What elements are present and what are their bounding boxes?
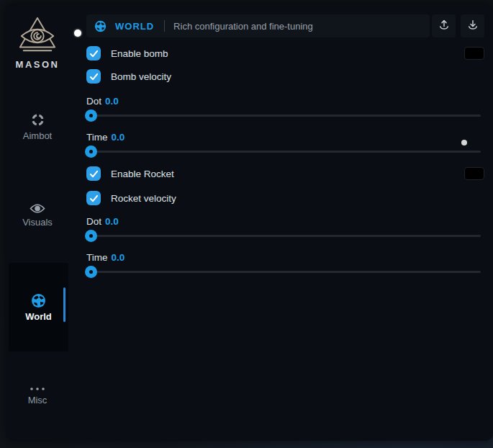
upload-config-button[interactable]: [432, 14, 456, 37]
slider-track-time[interactable]: [86, 271, 481, 273]
app-logo: MASON: [6, 16, 69, 70]
checkbox-row-bomb-velocity: Bomb velocity: [86, 69, 171, 84]
checkbox-checked[interactable]: [86, 191, 101, 205]
slider-label-time: Time0.0: [86, 132, 125, 143]
slider-track-dot[interactable]: [86, 115, 481, 117]
checkbox-label: Bomb velocity: [111, 71, 171, 82]
slider-value: 0.0: [112, 252, 125, 263]
slider-value: 0.0: [105, 96, 119, 107]
masonic-eye-triangle-logo-icon: [6, 16, 69, 56]
cursor-dot: [461, 140, 467, 145]
checkbox-row-rocket-velocity: Rocket velocity: [86, 191, 176, 205]
sidebar-item-label: Misc: [6, 395, 69, 406]
sidebar-item-label: Visuals: [6, 217, 69, 228]
upload-icon: [438, 19, 451, 34]
slider-value: 0.0: [105, 216, 119, 227]
slider-label-dot: Dot0.0: [86, 96, 119, 107]
slider-track-dot[interactable]: [86, 235, 481, 237]
crosshair-icon: [6, 112, 69, 127]
page-subtitle: Rich configuration and fine-tuning: [173, 21, 313, 32]
checkbox-row-enable-rocket: Enable Rocket: [86, 166, 481, 181]
sidebar-item-misc[interactable]: Misc: [6, 386, 69, 406]
checkbox-row-enable-bomb: Enable bomb: [86, 46, 481, 61]
slider-name: Time: [86, 252, 108, 263]
app-window: MASON Aimbot Visuals: [6, 4, 493, 441]
slider-name: Dot: [86, 96, 101, 107]
sidebar: MASON Aimbot Visuals: [6, 4, 81, 441]
slider-label-time: Time0.0: [86, 252, 125, 263]
cursor-dot: [74, 30, 81, 37]
slider-thumb[interactable]: [85, 266, 97, 278]
download-config-button[interactable]: [461, 14, 484, 37]
color-swatch[interactable]: [464, 47, 484, 60]
slider-track-time[interactable]: [86, 151, 481, 153]
checkbox-label: Enable bomb: [111, 48, 168, 59]
checkbox-checked[interactable]: [86, 46, 101, 61]
active-tab-indicator: [63, 287, 65, 322]
sidebar-item-label: World: [9, 311, 68, 322]
checkbox-label: Rocket velocity: [111, 193, 176, 204]
slider-thumb[interactable]: [85, 109, 97, 122]
slider-value: 0.0: [112, 132, 125, 143]
checkbox-checked[interactable]: [86, 69, 101, 84]
slider-name: Dot: [86, 216, 101, 227]
slider-name: Time: [86, 132, 108, 143]
color-swatch[interactable]: [464, 167, 484, 180]
header-divider: [164, 20, 165, 32]
slider-thumb[interactable]: [85, 145, 97, 158]
eye-icon: [6, 203, 69, 214]
slider-thumb[interactable]: [85, 230, 97, 242]
download-icon: [466, 19, 479, 34]
page-title: WORLD: [115, 21, 154, 32]
sidebar-item-world[interactable]: World: [9, 263, 68, 351]
globe-icon: [94, 20, 107, 32]
header-bar: WORLD Rich configuration and fine-tuning: [86, 14, 430, 37]
checkbox-label: Enable Rocket: [111, 169, 174, 179]
sidebar-item-label: Aimbot: [6, 130, 69, 141]
logo-wordmark: MASON: [6, 59, 69, 70]
ellipsis-icon: [6, 386, 69, 392]
sidebar-item-aimbot[interactable]: Aimbot: [6, 112, 69, 141]
slider-label-dot: Dot0.0: [86, 216, 119, 227]
checkbox-checked[interactable]: [86, 166, 101, 181]
sidebar-item-visuals[interactable]: Visuals: [6, 203, 69, 228]
globe-icon: [9, 293, 68, 308]
